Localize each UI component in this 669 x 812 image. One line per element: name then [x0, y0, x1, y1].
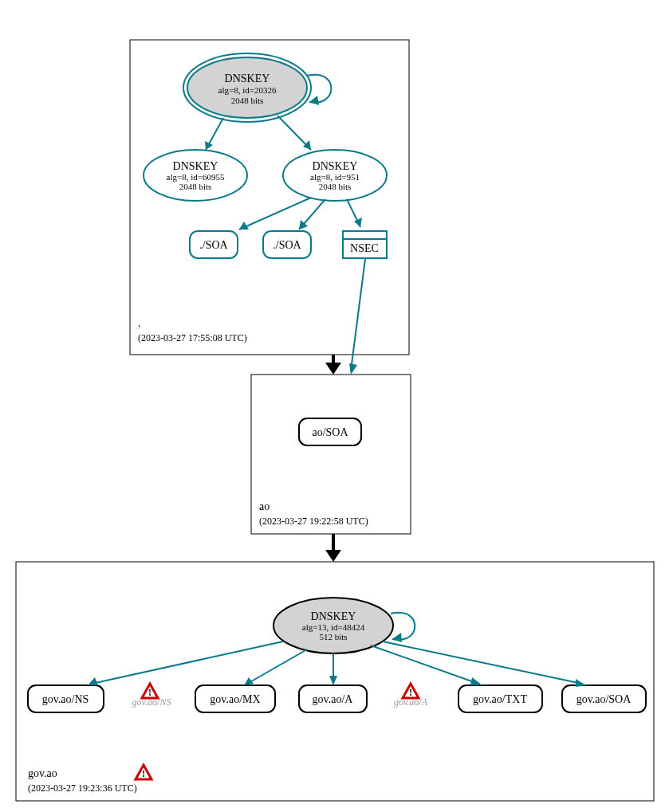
svg-text:./SOA: ./SOA: [199, 239, 228, 251]
svg-text:./SOA: ./SOA: [273, 239, 301, 251]
svg-text:512 bits: 512 bits: [319, 632, 347, 641]
svg-marker-46: [88, 677, 98, 685]
svg-marker-48: [329, 676, 337, 685]
svg-text:DNSKEY: DNSKEY: [225, 73, 270, 84]
govao-key-node: DNSKEY alg=13, id=48424 512 bits: [274, 598, 393, 653]
svg-marker-24: [325, 363, 341, 375]
svg-text:alg=8, id=20326: alg=8, id=20326: [218, 85, 277, 95]
warning-icon: !: [403, 684, 419, 698]
svg-text:ao/SOA: ao/SOA: [312, 426, 348, 438]
svg-text:NSEC: NSEC: [350, 242, 379, 254]
root-ksk-node: DNSKEY alg=8, id=20326 2048 bits: [183, 53, 311, 122]
zone-ao-time: (2023-03-27 19:22:58 UTC): [259, 516, 368, 527]
svg-text:2048 bits: 2048 bits: [179, 182, 212, 191]
svg-marker-5: [309, 96, 319, 105]
svg-text:2048 bits: 2048 bits: [319, 182, 352, 191]
svg-marker-25: [349, 363, 357, 375]
zone-root-name: .: [138, 317, 141, 329]
svg-text:alg=13, id=48424: alg=13, id=48424: [302, 622, 365, 632]
zone-govao-name: gov.ao: [28, 767, 57, 779]
svg-text:DNSKEY: DNSKEY: [173, 160, 218, 172]
svg-marker-27: [325, 550, 341, 562]
svg-marker-49: [470, 677, 482, 685]
svg-text:gov.ao/TXT: gov.ao/TXT: [473, 693, 527, 705]
svg-text:gov.ao/SOA: gov.ao/SOA: [577, 693, 632, 705]
root-zsk1-node: DNSKEY alg=8, id=60955 2048 bits: [144, 150, 247, 201]
root-nsec: NSEC: [343, 231, 387, 258]
svg-marker-23: [354, 218, 362, 227]
zone-root-time: (2023-03-27 17:55:08 UTC): [138, 332, 247, 343]
zone-ao-name: ao: [259, 500, 270, 512]
svg-text:alg=8, id=60955: alg=8, id=60955: [167, 172, 225, 182]
svg-marker-32: [392, 633, 402, 642]
svg-text:2048 bits: 2048 bits: [231, 96, 264, 105]
svg-text:!: !: [409, 687, 412, 698]
svg-text:gov.ao/A: gov.ao/A: [313, 693, 354, 705]
svg-text:DNSKEY: DNSKEY: [313, 160, 358, 172]
govao-key-selfloop: [391, 613, 415, 640]
svg-text:gov.ao/NS: gov.ao/NS: [42, 693, 89, 705]
svg-text:!: !: [142, 768, 145, 779]
root-zsk2-node: DNSKEY alg=8, id=951 2048 bits: [283, 150, 387, 201]
svg-marker-15: [303, 140, 311, 150]
zone-ao-box: [251, 375, 411, 534]
warning-icon: !: [136, 765, 152, 779]
warning-icon: !: [142, 684, 158, 698]
svg-text:!: !: [148, 687, 152, 698]
svg-marker-14: [205, 141, 213, 150]
zone-govao-time: (2023-03-27 19:23:36 UTC): [28, 783, 137, 794]
svg-text:alg=8, id=951: alg=8, id=951: [310, 172, 360, 182]
svg-text:gov.ao/MX: gov.ao/MX: [210, 693, 260, 705]
svg-text:DNSKEY: DNSKEY: [311, 610, 356, 622]
